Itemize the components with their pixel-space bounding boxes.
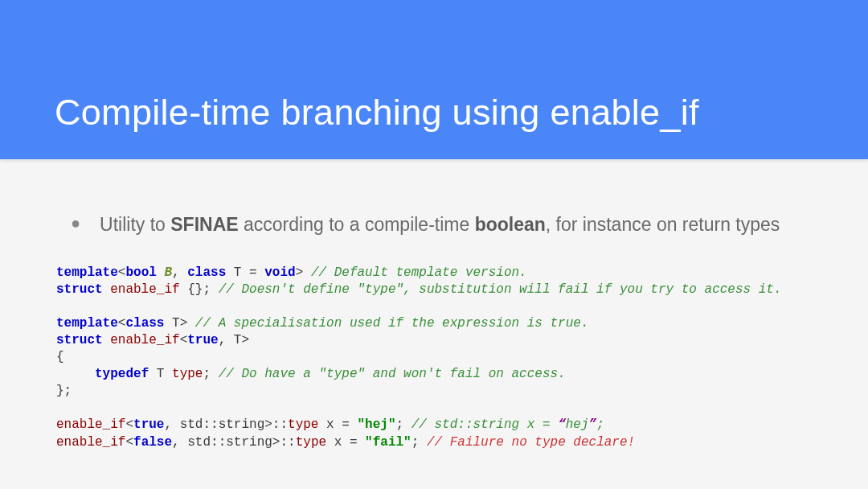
bullet-boolean: boolean xyxy=(475,214,546,235)
comment-11: // Failure no type declare! xyxy=(427,435,635,450)
kw-class-2: class xyxy=(125,316,164,331)
code-brace-open: { xyxy=(56,350,64,364)
comment-1: // Default template version. xyxy=(311,265,527,280)
param-b: B xyxy=(157,265,172,280)
comment-hej: hej xyxy=(566,417,589,432)
code-lt: < xyxy=(118,265,126,280)
bullet-text-suffix: , for instance on return types xyxy=(546,214,780,235)
code-braces: {}; xyxy=(180,282,219,297)
slide-header: Compile-time branching using enable_if xyxy=(0,0,868,159)
struct-name: enable_if xyxy=(103,282,180,297)
code-comma-t: , T> xyxy=(219,333,249,347)
code-lt-3: < xyxy=(180,333,188,347)
code-x-2: x = xyxy=(326,435,365,450)
str-fail: "fail" xyxy=(365,435,411,450)
code-lt-4: < xyxy=(125,417,133,432)
code-std-2: , std::string>:: xyxy=(172,435,296,450)
kw-bool: bool xyxy=(125,265,156,280)
comment-10-pre: // std::string x = xyxy=(411,417,558,432)
bullet-text-prefix: Utility to xyxy=(100,214,170,235)
member-type-3: type xyxy=(296,435,326,450)
bullet-sfinae: SFINAE xyxy=(170,214,238,235)
kw-class: class xyxy=(187,265,226,280)
code-block: template<bool B, class T = void> // Defa… xyxy=(55,265,813,451)
kw-template: template xyxy=(56,265,118,280)
code-lt-5: < xyxy=(125,435,133,450)
kw-struct: struct xyxy=(56,282,103,297)
code-t-3: T xyxy=(149,367,172,381)
code-t-2: T> xyxy=(164,316,194,331)
comment-q1: “ xyxy=(558,417,566,432)
code-x: x = xyxy=(318,417,357,432)
comment-2: // Doesn't define "type", substitution w… xyxy=(219,282,782,297)
kw-template-2: template xyxy=(56,316,118,331)
slide-content: ● Utility to SFINAE according to a compi… xyxy=(0,159,868,451)
comment-q2: ” xyxy=(589,417,597,432)
lit-true: true xyxy=(187,333,218,347)
kw-typedef: typedef xyxy=(95,367,149,381)
code-semi-2: ; xyxy=(396,417,411,432)
code-lt-2: < xyxy=(118,316,126,331)
code-comma: , xyxy=(172,265,187,280)
kw-struct-2: struct xyxy=(56,333,103,347)
bullet-marker: ● xyxy=(71,211,80,239)
slide-title: Compile-time branching using enable_if xyxy=(55,92,699,134)
lit-true-2: true xyxy=(133,417,164,432)
code-gt: > xyxy=(296,265,311,280)
bullet-item: ● Utility to SFINAE according to a compi… xyxy=(55,211,813,239)
bullet-text: Utility to SFINAE according to a compile… xyxy=(100,211,780,239)
comment-4: // A specialisation used if the expressi… xyxy=(195,316,589,331)
bullet-text-mid: according to a compile-time xyxy=(239,214,475,235)
member-type-2: type xyxy=(288,417,318,432)
lit-false: false xyxy=(133,435,172,450)
code-brace-close: }; xyxy=(56,384,72,398)
str-hej: "hej" xyxy=(357,417,395,432)
code-t-eq: T = xyxy=(226,265,264,280)
struct-name-2: enable_if xyxy=(103,333,180,347)
code-semi-3: ; xyxy=(411,435,427,450)
comment-semi: ; xyxy=(596,417,604,432)
member-type: type xyxy=(172,367,203,381)
kw-void: void xyxy=(264,265,295,280)
code-indent xyxy=(56,367,95,381)
code-std: , std::string>:: xyxy=(164,417,288,432)
struct-name-4: enable_if xyxy=(56,435,125,450)
comment-7: // Do have a "type" and won't fail on ac… xyxy=(219,367,566,381)
code-semi: ; xyxy=(203,367,218,381)
struct-name-3: enable_if xyxy=(56,417,125,432)
